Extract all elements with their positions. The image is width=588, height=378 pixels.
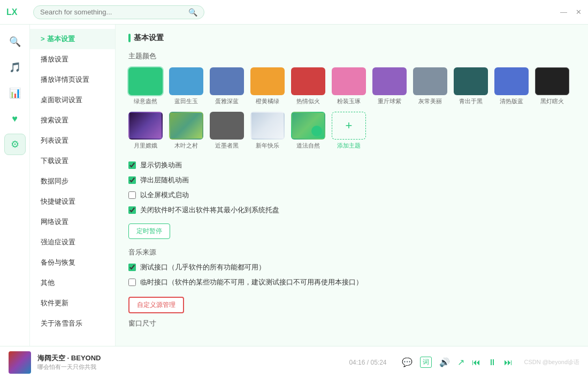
theme-name-green: 绿意盎然 (134, 97, 157, 105)
checkbox-popup-anim-label: 弹出层随机动画 (140, 175, 189, 185)
theme-name-coolblue: 清热版蓝 (500, 97, 523, 105)
theme-grid: 绿意盎然 蓝田生玉 蛋雅深蓝 橙黄橘绿 热情似火 粉装玉琢 (128, 67, 575, 150)
section-title: 基本设置 (128, 33, 575, 43)
settings-nav-about[interactable]: 关于洛雪音乐 (30, 313, 115, 334)
theme-color-moon (128, 112, 163, 140)
timed-stop-button[interactable]: 定时暂停 (128, 223, 170, 239)
settings-nav-playback-detail[interactable]: 播放详情页设置 (30, 70, 115, 90)
checkbox-fullscreen-input[interactable] (128, 191, 136, 199)
theme-pink[interactable]: 粉装玉琢 (332, 67, 366, 105)
settings-nav-backup[interactable]: 备份与恢复 (30, 252, 115, 273)
settings-nav-basic[interactable]: 基本设置 (30, 29, 115, 49)
theme-green[interactable]: 绿意盎然 (128, 67, 163, 105)
theme-name-moon: 月里嫦娥 (134, 142, 157, 150)
track-info: 海阔天空 · BEYOND 哪会怕有一天只你共我 (37, 353, 102, 371)
checkbox-minimize-tray: 关闭软件时不退出软件将其最小化到系统托盘 (128, 205, 575, 215)
checkbox-minimize-tray-label: 关闭软件时不退出软件将其最小化到系统托盘 (140, 205, 279, 215)
theme-nature[interactable]: 道法自然 (291, 112, 325, 150)
settings-nav-search[interactable]: 搜索设置 (30, 110, 115, 130)
search-input[interactable] (40, 8, 185, 16)
next-button[interactable]: ⏭ (504, 358, 513, 367)
comment-button[interactable]: 💬 (402, 357, 413, 367)
watermark: CSDN @beyond诊语 (524, 358, 579, 366)
theme-deepblue[interactable]: 蛋雅深蓝 (210, 67, 244, 105)
theme-ink[interactable]: 近墨者黑 (210, 112, 244, 150)
icon-nav: 🔍 🎵 📊 ♥ ⚙ (0, 25, 30, 346)
theme-gray[interactable]: 灰常美丽 (413, 67, 447, 105)
nav-settings[interactable]: ⚙ (4, 134, 26, 155)
nav-favorite[interactable]: ♥ (4, 108, 26, 129)
settings-nav-ocd[interactable]: 强迫症设置 (30, 232, 115, 252)
checkbox-show-anim-input[interactable] (128, 161, 136, 169)
prev-button[interactable]: ⏮ (472, 358, 480, 367)
checkbox-fullscreen: 以全屏模式启动 (128, 190, 575, 200)
app-logo: LX (6, 7, 33, 17)
theme-color-gray (413, 67, 447, 95)
theme-color-pink (332, 67, 366, 95)
theme-name-deepblue: 蛋雅深蓝 (215, 97, 239, 105)
checkbox-temp-api: 临时接口（软件的某些功能不可用，建议测试接口不可用再使用本接口） (128, 277, 575, 287)
checkbox-fullscreen-label: 以全屏模式启动 (140, 190, 189, 200)
close-button[interactable]: ✕ (576, 8, 582, 16)
theme-coolblue[interactable]: 清热版蓝 (494, 67, 529, 105)
theme-color-deepblue (210, 67, 244, 95)
settings-nav-download[interactable]: 下载设置 (30, 151, 115, 171)
theme-teal[interactable]: 青出于黑 (454, 67, 488, 105)
checkbox-minimize-tray-input[interactable] (128, 206, 136, 214)
settings-nav-update[interactable]: 软件更新 (30, 293, 115, 313)
nav-search[interactable]: 🔍 (4, 31, 26, 52)
custom-source-button[interactable]: 自定义源管理 (128, 297, 184, 313)
player-time: 04:16 / 05:24 (349, 359, 386, 366)
theme-purple[interactable]: 重斤球紫 (372, 67, 407, 105)
theme-red[interactable]: 热情似火 (291, 67, 325, 105)
theme-color-green (128, 67, 163, 95)
track-artist: 哪会怕有一天只你共我 (37, 363, 102, 371)
checkbox-temp-api-input[interactable] (128, 279, 136, 286)
theme-dark[interactable]: 黑灯瞎火 (535, 67, 569, 105)
checkbox-temp-api-label: 临时接口（软件的某些功能不可用，建议测试接口不可用再使用本接口） (140, 277, 363, 287)
theme-name-konoha: 木叶之村 (174, 142, 198, 150)
minimize-button[interactable]: — (560, 8, 567, 16)
theme-color-nature (291, 112, 325, 140)
settings-nav-list[interactable]: 列表设置 (30, 130, 115, 151)
checkbox-test-api: 测试接口（几乎软件的所有功能都可用） (128, 263, 575, 272)
player-bar: 海阔天空 · BEYOND 哪会怕有一天只你共我 04:16 / 05:24 💬… (0, 346, 588, 378)
settings-nav-playback[interactable]: 播放设置 (30, 49, 115, 70)
theme-name-orange: 橙黄橘绿 (256, 97, 279, 105)
share-button[interactable]: ↗ (457, 357, 464, 367)
settings-nav-desktop-lyrics[interactable]: 桌面歌词设置 (30, 90, 115, 110)
search-icon: 🔍 (188, 8, 197, 17)
window-size-label: 窗口尺寸 (128, 319, 575, 328)
checkbox-popup-anim-input[interactable] (128, 176, 136, 184)
theme-name-ink: 近墨者黑 (215, 142, 239, 150)
settings-nav-network[interactable]: 网络设置 (30, 212, 115, 232)
theme-name-pink: 粉装玉琢 (337, 97, 361, 105)
theme-blue[interactable]: 蓝田生玉 (169, 67, 203, 105)
volume-button[interactable]: 🔊 (439, 357, 450, 367)
settings-nav-sync[interactable]: 数据同步 (30, 171, 115, 191)
theme-name-nature: 道法自然 (296, 142, 320, 150)
nav-music[interactable]: 🎵 (4, 57, 26, 78)
theme-color-ink (210, 112, 244, 140)
lyrics-button[interactable]: 词 (420, 357, 432, 368)
album-art (9, 351, 31, 374)
theme-color-teal (454, 67, 488, 95)
checkbox-show-anim-label: 显示切换动画 (140, 160, 182, 170)
theme-moon[interactable]: 月里嫦娥 (128, 112, 163, 150)
music-source-label: 音乐来源 (128, 248, 575, 257)
theme-name-blue: 蓝田生玉 (174, 97, 198, 105)
settings-nav: 基本设置 播放设置 播放详情页设置 桌面歌词设置 搜索设置 列表设置 下载设置 … (30, 25, 116, 346)
search-bar[interactable]: 🔍 (33, 5, 204, 19)
theme-name-gray: 灰常美丽 (418, 97, 442, 105)
play-pause-button[interactable]: ⏸ (488, 358, 497, 367)
nav-chart[interactable]: 📊 (4, 82, 26, 104)
settings-nav-other[interactable]: 其他 (30, 273, 115, 293)
theme-add[interactable]: + 添加主题 (332, 112, 366, 150)
theme-orange[interactable]: 橙黄橘绿 (250, 67, 285, 105)
theme-konoha[interactable]: 木叶之村 (169, 112, 203, 150)
theme-color-dark (535, 67, 569, 95)
main-layout: 🔍 🎵 📊 ♥ ⚙ 基本设置 播放设置 播放详情页设置 桌面歌词设置 搜索设置 … (0, 25, 588, 346)
checkbox-test-api-input[interactable] (128, 264, 136, 271)
settings-nav-shortcuts[interactable]: 快捷键设置 (30, 191, 115, 212)
theme-newyear[interactable]: 新年快乐 (250, 112, 285, 150)
